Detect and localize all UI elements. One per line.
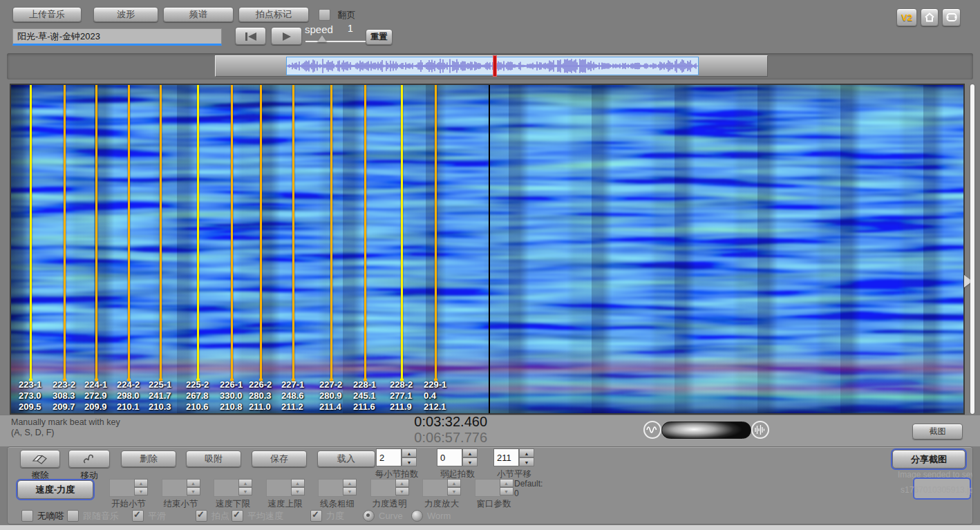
screenshot-button[interactable]: 截图 (912, 424, 963, 439)
beat-line[interactable] (292, 85, 294, 379)
app-window: 上传音乐 波形 频谱 拍点标记 翻页 阳光-草-谢-金钟2023 speed 1 (0, 0, 980, 530)
speed-slider[interactable] (305, 33, 368, 44)
bar-shift-value[interactable]: 211 (493, 448, 519, 466)
tab-spectrum[interactable]: 频谱 (163, 7, 234, 22)
checkbox-icon[interactable] (232, 510, 243, 522)
checkbox-label: 跟随音乐 (83, 511, 119, 521)
delete-button[interactable]: 删除 (121, 451, 176, 467)
skip-start-button[interactable] (235, 27, 266, 45)
speed-slider-track[interactable] (305, 41, 366, 42)
stepper-value-box[interactable] (475, 479, 501, 497)
save-button[interactable]: 保存 (252, 451, 307, 467)
stepper-arrows[interactable] (343, 479, 357, 495)
version-badge-text: V2 (901, 12, 912, 23)
beat-line[interactable] (197, 85, 199, 379)
beat-line[interactable] (435, 85, 437, 379)
overview-waveform-svg (287, 57, 698, 75)
play-icon (281, 32, 292, 41)
checkbox-label: 平均速度 (247, 511, 283, 521)
stepper-label: 速度上限 (261, 498, 310, 510)
version-badge[interactable]: V2 (896, 8, 917, 26)
stepper-arrows[interactable] (291, 479, 305, 495)
pickup-beats-value[interactable]: 0 (437, 448, 462, 466)
radio-option[interactable]: Curve (363, 509, 403, 522)
stepper-arrows[interactable] (187, 479, 200, 495)
beat-line[interactable] (30, 85, 32, 379)
stepper-value-box[interactable] (109, 479, 135, 497)
home-button[interactable] (921, 8, 939, 26)
beat-label: 223-1273.0209.5 (19, 379, 41, 413)
radio-icon[interactable] (363, 510, 375, 522)
stepper-arrows[interactable] (134, 479, 148, 495)
checkbox-icon[interactable] (21, 510, 33, 522)
checkbox-option[interactable]: 跟随音乐 (67, 509, 119, 522)
stepper-arrows[interactable] (500, 479, 513, 495)
radio-option[interactable]: Worm (411, 509, 451, 522)
beat-line[interactable] (401, 85, 403, 379)
stepper-label: 开始小节 (104, 498, 153, 510)
beats-per-bar-arrows[interactable] (402, 448, 417, 466)
checkbox-icon[interactable] (196, 510, 207, 522)
page-turn-checkbox[interactable]: 翻页 (319, 8, 355, 21)
play-button[interactable] (271, 27, 302, 45)
checkbox-option[interactable]: 平均速度 (232, 509, 283, 522)
stepper-arrows[interactable] (395, 479, 409, 495)
checkbox-option[interactable]: 力度 (310, 509, 344, 522)
spectrogram-panel[interactable]: 223-1273.0209.5223-2308.3209.7224-1272.9… (10, 84, 965, 415)
stepper-label: 力度放大 (417, 498, 467, 510)
checkbox-option[interactable]: 无嘀嗒 (21, 509, 64, 522)
radio-icon[interactable] (411, 510, 423, 522)
share-screenshot-button[interactable]: 分享截图 (892, 450, 965, 469)
beat-line[interactable] (128, 85, 130, 379)
bar-shift-arrows[interactable] (519, 448, 534, 466)
beat-label: 229-10.4212.1 (424, 379, 446, 413)
beat-line[interactable] (160, 85, 162, 379)
stepper-value-box[interactable] (162, 479, 188, 497)
beat-line[interactable] (260, 85, 262, 379)
checkbox-option[interactable]: 平滑 (132, 509, 166, 522)
overview-scrollbar[interactable] (215, 55, 768, 77)
spectrogram-playhead[interactable] (489, 85, 490, 413)
overview-playhead[interactable] (493, 56, 496, 76)
reset-button[interactable]: 重置 (366, 29, 393, 45)
stepper-value-box[interactable] (370, 479, 397, 497)
stepper-arrows[interactable] (447, 479, 461, 495)
snap-button[interactable]: 吸附 (186, 451, 241, 467)
waveform-overview[interactable] (286, 57, 699, 75)
move-button[interactable] (68, 450, 110, 468)
pickup-beats-arrows[interactable] (462, 448, 478, 466)
stepper-value-box[interactable] (318, 479, 344, 497)
song-title-input[interactable]: 阳光-草-谢-金钟2023 (12, 28, 222, 46)
beat-line[interactable] (64, 85, 66, 379)
tab-beat-marking[interactable]: 拍点标记 (238, 7, 309, 22)
beat-line[interactable] (330, 85, 332, 379)
stepper-value-box[interactable] (266, 479, 292, 497)
beat-label: 225-1241.7210.3 (149, 379, 171, 413)
tab-waveform[interactable]: 波形 (93, 7, 158, 22)
checkbox-icon[interactable] (132, 510, 144, 522)
beat-line[interactable] (231, 85, 233, 379)
right-scrollbar[interactable] (970, 84, 974, 414)
fullscreen-button[interactable] (942, 8, 961, 26)
eraser-button[interactable] (20, 450, 60, 468)
waveform-zoom-slider[interactable] (661, 422, 751, 439)
stepper-arrows[interactable] (238, 479, 252, 495)
tab-upload-music[interactable]: 上传音乐 (12, 7, 82, 22)
speed-slider-thumb[interactable] (317, 35, 327, 42)
beats-per-bar-value[interactable]: 2 (376, 448, 402, 466)
checkbox-option[interactable]: 拍点 (196, 509, 229, 522)
stepper-value-box[interactable] (214, 479, 240, 497)
beat-line[interactable] (364, 85, 366, 379)
fullscreen-icon (945, 12, 958, 23)
checkbox-icon[interactable] (67, 510, 79, 522)
load-button[interactable]: 载入 (317, 451, 375, 467)
beat-label: 225-2267.8210.6 (186, 379, 209, 413)
tempo-dynamics-button[interactable]: 速度-力度 (17, 480, 93, 499)
checkbox-label: 力度 (326, 511, 344, 521)
beat-label: 227-2280.9211.4 (319, 379, 342, 413)
beat-line[interactable] (95, 85, 97, 379)
checkbox-icon[interactable] (319, 9, 330, 21)
beat-label: 223-2308.3209.7 (53, 379, 75, 413)
stepper-value-box[interactable] (422, 479, 449, 497)
checkbox-icon[interactable] (310, 510, 322, 522)
